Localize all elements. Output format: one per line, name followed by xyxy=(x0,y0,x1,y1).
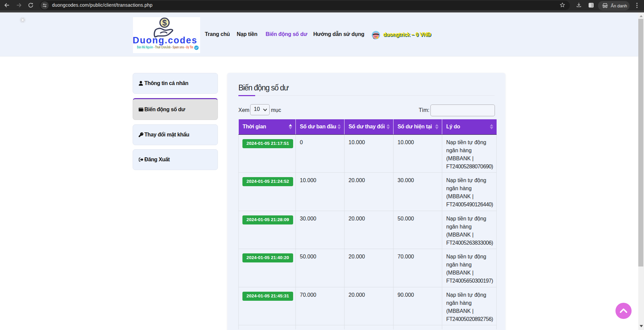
svg-text:$: $ xyxy=(162,18,167,27)
